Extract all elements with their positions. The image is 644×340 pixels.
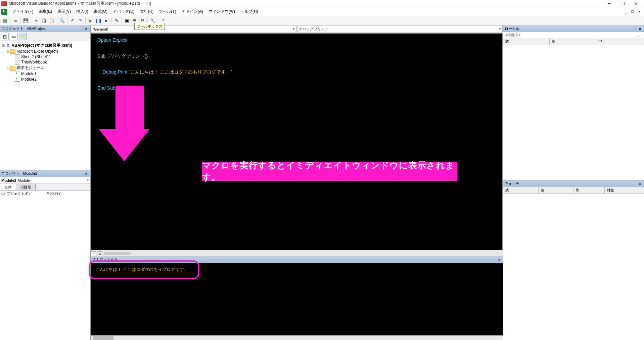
code-editor[interactable]: Option Explicit Sub デバッグプリント() Debug.Pri… xyxy=(91,33,503,250)
mdi-minimize-button[interactable]: _ xyxy=(623,9,629,14)
locals-panel-close-icon[interactable]: × xyxy=(637,26,643,32)
watch-col-type[interactable]: 型 xyxy=(574,187,605,194)
project-explorer-icon[interactable]: ▣ xyxy=(123,17,131,25)
watch-panel: ウォッチ × 式 値 型 対象 xyxy=(503,180,644,340)
locals-panel: ローカル × <待機中> … 式 値 型 xyxy=(503,26,644,180)
tree-module2[interactable]: Module2 xyxy=(1,77,89,82)
right-column: ローカル × <待機中> … 式 値 型 ウォッチ × 式 値 型 xyxy=(503,26,644,340)
reset-icon[interactable]: ■ xyxy=(102,17,110,25)
locals-col-expr[interactable]: 式 xyxy=(503,38,550,45)
watch-grid-body[interactable] xyxy=(503,194,644,340)
locals-status-text: <待機中> xyxy=(505,33,521,38)
project-panel-header[interactable]: プロジェクト - VBAProject × xyxy=(0,26,90,32)
tree-thisworkbook-label: ThisWorkbook xyxy=(21,60,47,65)
project-tree[interactable]: ⊟ ⚙ VBAProject (マクロ練習用.xlsm) ⊟ Microsoft… xyxy=(0,41,90,170)
tab-categorized[interactable]: 項目別 xyxy=(16,184,36,190)
view-code-icon[interactable]: ▤ xyxy=(1,33,9,40)
menu-run[interactable]: 実行(R) xyxy=(137,8,156,15)
menu-insert[interactable]: 挿入(I) xyxy=(74,8,91,15)
window-titlebar: Microsoft Visual Basic for Applications … xyxy=(0,0,644,7)
watch-col-target[interactable]: 対象 xyxy=(605,187,644,194)
properties-panel: プロパティ - Module2 × Module2 Module ▾ 全体 項目… xyxy=(0,170,90,340)
view-object-icon[interactable]: ▭ xyxy=(10,33,18,40)
excel-icon[interactable] xyxy=(1,9,7,15)
locals-col-type[interactable]: 型 xyxy=(596,38,644,45)
watch-panel-header[interactable]: ウォッチ × xyxy=(503,180,644,187)
properties-object-selector[interactable]: Module2 Module ▾ xyxy=(0,177,90,184)
tree-std-modules[interactable]: ⊟ 標準モジュール xyxy=(1,65,89,71)
tree-project-root[interactable]: ⊟ ⚙ VBAProject (マクロ練習用.xlsm) xyxy=(1,42,89,49)
mdi-close-button[interactable]: ✕ xyxy=(636,9,642,14)
properties-grid: (オブジェクト名) Module2 xyxy=(0,190,90,340)
locals-col-val[interactable]: 値 xyxy=(550,38,596,45)
chevron-down-icon: ▾ xyxy=(293,27,295,31)
tree-excel-objects[interactable]: ⊟ Microsoft Excel Objects xyxy=(1,49,89,54)
tree-excel-objects-label: Microsoft Excel Objects xyxy=(16,49,58,54)
insert-module-icon[interactable]: ▭ xyxy=(12,17,19,25)
watch-col-val[interactable]: 値 xyxy=(539,187,574,194)
immediate-panel: イミディエイト × こんにちは！ ここはコダマのもりブログです。 xyxy=(91,256,503,340)
paste-icon[interactable]: 📋 xyxy=(48,17,55,25)
object-dropdown-value: (General) xyxy=(93,27,108,31)
tree-module1[interactable]: Module1 xyxy=(1,71,89,77)
property-row[interactable]: (オブジェクト名) Module2 xyxy=(0,190,90,197)
immediate-panel-header[interactable]: イミディエイト × xyxy=(91,256,503,263)
undo-icon[interactable]: ↶ xyxy=(69,17,76,25)
run-icon[interactable]: ▶ xyxy=(87,17,94,25)
immediate-panel-close-icon[interactable]: × xyxy=(496,257,502,262)
tree-module1-label: Module1 xyxy=(21,72,37,76)
find-icon[interactable]: 🔍 xyxy=(58,17,66,25)
menu-window[interactable]: ウィンドウ(W) xyxy=(206,8,238,15)
tree-thisworkbook[interactable]: ThisWorkbook xyxy=(1,59,89,65)
tree-sheet2[interactable]: Sheet2 (Sheet1) xyxy=(1,54,89,59)
close-button[interactable]: ✕ xyxy=(629,0,643,7)
watch-panel-close-icon[interactable]: × xyxy=(637,181,643,186)
watch-col-expr[interactable]: 式 xyxy=(503,187,539,194)
view-excel-icon[interactable]: ▦ xyxy=(1,17,9,25)
menu-format[interactable]: 書式(O) xyxy=(91,8,110,15)
toggle-folders-icon[interactable]: 📁 xyxy=(19,33,27,40)
menu-view[interactable]: 表示(V) xyxy=(55,8,74,15)
object-dropdown[interactable]: (General) ▾ xyxy=(91,26,296,32)
menu-help[interactable]: ヘルプ(H) xyxy=(238,8,261,15)
minimize-button[interactable]: ━ xyxy=(602,0,616,7)
window-title: Microsoft Visual Basic for Applications … xyxy=(9,1,602,6)
menu-addins[interactable]: アドイン(A) xyxy=(179,8,206,15)
menu-edit[interactable]: 編集(E) xyxy=(36,8,55,15)
standard-toolbar: ▦ ▭ 💾 ✂ ⿻ 📋 🔍 ↶ ↷ ▶ ❚❚ ■ ✎ ▣ ☰ ☶ 🔧 ? ツール… xyxy=(0,16,644,26)
project-toolbar: ▤ ▭ 📁 xyxy=(0,32,90,41)
properties-panel-close-icon[interactable]: × xyxy=(84,171,89,176)
procedure-view-icon[interactable]: ≡ xyxy=(91,251,96,256)
procedure-dropdown[interactable]: デバッグプリント ▾ xyxy=(297,26,503,32)
redo-icon[interactable]: ↷ xyxy=(77,17,84,25)
code-view-buttons: ≡ ▤ xyxy=(91,251,503,256)
break-icon[interactable]: ❚❚ xyxy=(95,17,102,25)
immediate-scrollbar[interactable] xyxy=(91,335,503,340)
save-icon[interactable]: 💾 xyxy=(22,17,30,25)
maximize-button[interactable]: ❐ xyxy=(616,0,629,7)
property-value[interactable]: Module2 xyxy=(45,190,91,197)
menu-tools[interactable]: ツール(T) xyxy=(156,8,179,15)
full-module-view-icon[interactable]: ▤ xyxy=(97,251,102,256)
properties-panel-header[interactable]: プロパティ - Module2 × xyxy=(0,170,90,177)
design-mode-icon[interactable]: ✎ xyxy=(113,17,120,25)
cut-icon[interactable]: ✂ xyxy=(33,17,40,25)
horizontal-scrollbar[interactable] xyxy=(104,252,131,255)
locals-panel-header[interactable]: ローカル × xyxy=(503,26,644,32)
locals-grid-body[interactable] xyxy=(503,45,644,180)
locals-callstack-icon[interactable]: … xyxy=(638,33,642,37)
properties-object-type: Module xyxy=(18,178,30,182)
immediate-panel-title: イミディエイト xyxy=(92,257,496,262)
code-margin xyxy=(91,34,96,250)
menu-bar: ファイル(F) 編集(E) 表示(V) 挿入(I) 書式(O) デバッグ(D) … xyxy=(0,7,644,16)
copy-icon[interactable]: ⿻ xyxy=(40,17,48,25)
locals-grid-header: 式 値 型 xyxy=(503,38,644,45)
center-column: (General) ▾ デバッグプリント ▾ Option Explicit S… xyxy=(91,26,503,340)
project-panel-close-icon[interactable]: × xyxy=(84,26,89,32)
mdi-restore-button[interactable]: ❐ xyxy=(630,9,636,14)
code-text: Option Explicit Sub デバッグプリント() Debug.Pri… xyxy=(97,36,232,92)
menu-file[interactable]: ファイル(F) xyxy=(9,8,36,15)
menu-debug[interactable]: デバッグ(D) xyxy=(110,8,137,15)
immediate-window-body[interactable]: こんにちは！ ここはコダマのもりブログです。 xyxy=(91,263,503,335)
tab-all[interactable]: 全体 xyxy=(0,184,16,190)
